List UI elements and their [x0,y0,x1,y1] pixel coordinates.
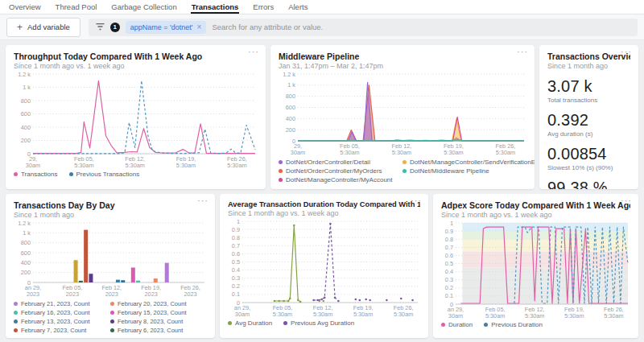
stat-value: 0.00854 [547,145,630,163]
legend-label: February 5, 2023, Count [21,336,86,337]
svg-text:200: 200 [286,126,295,134]
svg-text:0.5: 0.5 [445,260,453,267]
panel-subtitle: Since 1 month ago [547,62,630,70]
legend-item[interactable]: DotNet/ManageController/MyAccount [279,175,402,183]
svg-text:Feb 19,5:30am: Feb 19,5:30am [564,306,584,319]
stat-value: 3.07 k [547,77,630,96]
legend-dot-icon [69,172,73,176]
tab-errors[interactable]: Errors [252,0,275,14]
filter-count-badge: 1 [110,23,120,32]
svg-text:1 k: 1 k [23,84,31,91]
svg-text:0.7: 0.7 [445,244,453,251]
legend-item[interactable]: February 15, 2023, Count [110,308,207,316]
legend-dot-icon [14,311,18,315]
legend-label: February 20, 2023, Count [118,300,186,307]
legend-label: February 21, 2023, Count [21,300,89,307]
panel-menu-icon[interactable]: ··· [411,196,422,205]
chip-close-icon[interactable]: × [197,23,202,31]
legend-item[interactable]: Duration [441,321,473,328]
top-nav: Overview Thread Pool Garbage Collection … [0,0,644,14]
legend-label: Transactions [21,171,58,178]
svg-text:600: 600 [21,110,31,117]
legend-label: Previous Avg Duration [291,319,354,327]
tab-alerts[interactable]: Alerts [287,0,308,14]
legend-dot-icon [14,328,18,332]
legend-item[interactable]: February 7, 2023, Count [14,326,110,334]
svg-text:0.3: 0.3 [232,274,240,282]
panel-menu-icon[interactable]: ··· [248,47,259,56]
svg-text:Feb 12,5:30am: Feb 12,5:30am [125,155,145,168]
panel-menu-icon[interactable]: ··· [621,47,632,56]
legend-label: February 6, 2023, Count [118,327,183,334]
legend-item[interactable]: DotNet/ManageController/SendVerification… [402,158,526,166]
legend-label: Previous Duration [491,321,543,328]
svg-text:0.4: 0.4 [232,266,240,274]
add-variable-button[interactable]: + Add variable [6,18,80,37]
legend-item[interactable]: DotNet/Middleware Pipeline [402,167,526,175]
svg-text:Feb 26,5:30am: Feb 26,5:30am [227,155,247,168]
throughput-chart[interactable]: 1.2 k1 k800600400200029,30amFeb 05,5:30a… [14,70,258,168]
panel-transactions-overview: ··· Transactions Overview Since 1 month … [539,45,638,189]
panel-middleware-pipeline: ··· Middleware Pipeline Jan 31, 1:47pm –… [270,45,535,189]
legend-label: February 8, 2023, Count [118,318,183,325]
legend-dot-icon [484,323,488,327]
svg-text:1.2 k: 1.2 k [283,71,295,78]
stat-value: 99.38 % [547,179,630,189]
legend-dot-icon [402,160,407,164]
svg-text:1: 1 [237,218,240,225]
tab-garbage-collection[interactable]: Garbage Collection [110,0,177,14]
svg-text:0.6: 0.6 [445,252,453,259]
filter-funnel-icon[interactable] [96,23,105,31]
search-input[interactable]: Search for any attribute or value. [212,23,323,31]
legend-item[interactable]: February 21, 2023, Count [14,299,110,307]
stat-value: 0.392 [547,111,630,130]
legend-item[interactable]: Avg Duration [228,319,272,327]
filter-chip-appname[interactable]: appName = 'dotnet' × [126,21,207,34]
day-by-day-chart[interactable]: 1.2 k1 k8006004002000an 29,2023Feb 05,20… [14,219,207,297]
legend-item[interactable]: Previous Avg Duration [283,319,354,327]
legend-item[interactable]: February 16, 2023, Count [14,308,110,316]
svg-text:400: 400 [21,259,31,266]
avg-duration-chart[interactable]: 10.90.80.70.60.50.40.30.20.10an 29,30amF… [228,217,420,317]
legend-item[interactable]: February 8, 2023, Count [110,317,207,325]
svg-text:800: 800 [286,93,295,100]
panel-subtitle: Since 1 month ago [14,211,207,219]
panel-menu-icon[interactable]: ··· [517,47,528,56]
svg-text:0.1: 0.1 [445,292,453,299]
panel-menu-icon[interactable]: ··· [621,196,632,205]
legend-item[interactable]: Previous Transactions [69,171,140,178]
tab-transactions[interactable]: Transactions [191,0,240,14]
legend-dot-icon [110,319,114,323]
svg-text:0.1: 0.1 [232,290,240,298]
legend-item[interactable]: Transactions [14,171,58,178]
svg-text:Feb 05,5:30am: Feb 05,5:30am [74,155,94,168]
middleware-legend: DotNet/OrderController/DetailDotNet/Mana… [279,158,526,183]
legend-item[interactable]: February 20, 2023, Count [110,299,207,307]
panel-avg-transaction-duration: ··· Average Transaction Duration Today C… [220,194,428,338]
legend-item[interactable]: Previous Duration [484,321,543,328]
svg-text:Feb 19,5:30am: Feb 19,5:30am [176,155,196,168]
middleware-chart[interactable]: 1.2 k1 k800600400200029,30amFeb 05,5:30a… [279,70,526,155]
tab-thread-pool[interactable]: Thread Pool [55,0,98,14]
tab-overview[interactable]: Overview [8,0,42,14]
svg-text:Feb 12,2023: Feb 12,2023 [101,284,122,297]
panel-menu-icon[interactable]: ··· [197,196,208,205]
panel-title: Transactions Day By Day [14,200,207,210]
legend-dot-icon [110,328,114,332]
legend-item[interactable]: February 14, 2023, Count [110,335,207,336]
stat-label: Total transactions [547,97,630,104]
svg-text:an 29,2023: an 29,2023 [25,284,41,297]
legend-item[interactable]: February 6, 2023, Count [110,326,207,334]
legend-item[interactable]: February 13, 2023, Count [14,317,110,325]
legend-item[interactable]: DotNet/OrderController/Detail [279,158,402,166]
svg-text:Feb 05,5:30am: Feb 05,5:30am [485,306,506,319]
svg-text:Feb 19,2023: Feb 19,2023 [141,284,161,297]
panel-throughput: ··· Throughput Today Compared With 1 Wee… [6,45,266,189]
filter-search-bar[interactable]: 1 appName = 'dotnet' × Search for any at… [89,19,638,36]
svg-text:Feb 05,5:30am: Feb 05,5:30am [273,304,293,317]
legend-item[interactable]: February 5, 2023, Count [14,335,110,336]
legend-item[interactable]: DotNet/OrderController/MyOrders [279,167,402,175]
legend-label: DotNet/ManageController/MyAccount [286,176,393,183]
adpex-chart[interactable]: 10.90.80.70.60.50.40.30.20.10an 29,30amF… [441,219,630,319]
svg-text:0.9: 0.9 [445,228,453,235]
